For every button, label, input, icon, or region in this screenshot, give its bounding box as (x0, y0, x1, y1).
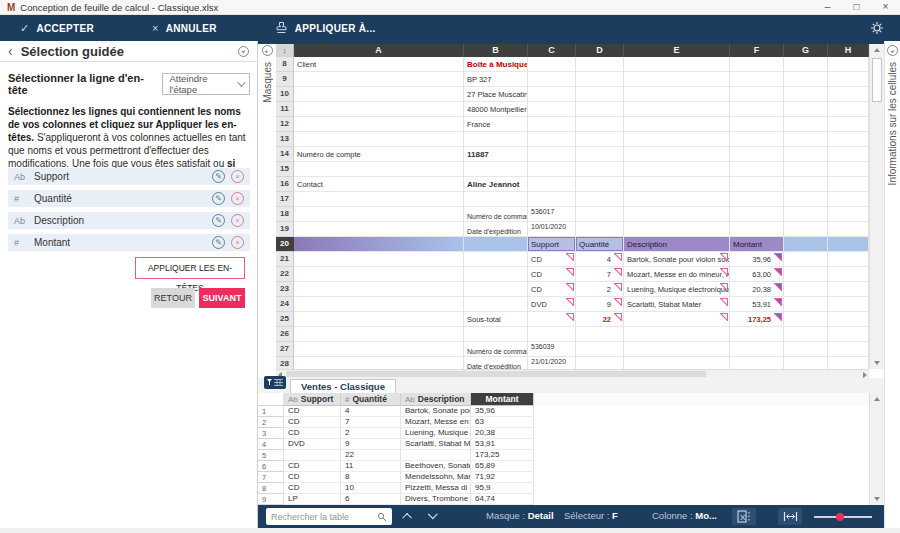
grid-cell-B26[interactable] (464, 327, 528, 342)
grid-cell-A15[interactable] (294, 162, 464, 177)
scroll-up-icon[interactable] (874, 48, 880, 52)
column-header-H[interactable]: H (828, 44, 869, 57)
grid-cell-H11[interactable] (828, 102, 869, 117)
grid-cell-C20[interactable]: Support (528, 237, 576, 252)
scrollbar-thumb[interactable] (286, 371, 706, 377)
grid-cell-C25[interactable] (528, 312, 576, 327)
grid-cell-D13[interactable] (576, 132, 624, 147)
grid-cell-H23[interactable] (828, 282, 869, 297)
grid-cell-G10[interactable] (784, 87, 828, 102)
preview-column-header-support[interactable]: AbSupport (284, 393, 341, 406)
table-search-box[interactable] (266, 508, 392, 525)
grid-cell-G24[interactable] (784, 297, 828, 312)
grid-cell-C9[interactable] (528, 72, 576, 87)
grid-cell-F20[interactable]: Montant (730, 237, 784, 252)
grid-cell-C27[interactable]: 536039 (528, 342, 576, 357)
grid-cell-E10[interactable] (624, 87, 730, 102)
grid-cell-D16[interactable] (576, 177, 624, 192)
grid-cell-D14[interactable] (576, 147, 624, 162)
grid-cell-B10[interactable]: 27 Place Muscatine (464, 87, 528, 102)
grid-cell-E21[interactable]: Bartok, Sonate pour violon solo (624, 252, 730, 267)
grid-cell-D28[interactable] (576, 357, 624, 369)
grid-cell-A23[interactable] (294, 282, 464, 297)
row-number-24[interactable]: 24 (276, 297, 294, 312)
vertical-scrollbar[interactable] (869, 44, 884, 369)
grid-cell-G15[interactable] (784, 162, 828, 177)
grid-cell-C26[interactable] (528, 327, 576, 342)
row-number-15[interactable]: 15 (276, 162, 294, 177)
grid-cell-G22[interactable] (784, 267, 828, 282)
grid-cell-D23[interactable]: 2 (576, 282, 624, 297)
grid-cell-E13[interactable] (624, 132, 730, 147)
grid-cell-G23[interactable] (784, 282, 828, 297)
grid-cell-D22[interactable]: 7 (576, 267, 624, 282)
grid-cell-H12[interactable] (828, 117, 869, 132)
grid-cell-G20[interactable] (784, 237, 828, 252)
grid-corner-cell[interactable]: ↕ (276, 44, 294, 57)
grid-cell-F24[interactable]: 53,91 (730, 297, 784, 312)
grid-cell-B24[interactable] (464, 297, 528, 312)
grid-cell-B17[interactable] (464, 192, 528, 207)
grid-cell-C22[interactable]: CD (528, 267, 576, 282)
grid-cell-G16[interactable] (784, 177, 828, 192)
grid-cell-A18[interactable] (294, 207, 464, 222)
grid-cell-E23[interactable]: Luening, Musique électronique (624, 282, 730, 297)
grid-cell-H17[interactable] (828, 192, 869, 207)
scrollbar-thumb[interactable] (872, 58, 882, 102)
row-number-17[interactable]: 17 (276, 192, 294, 207)
grid-cell-B25[interactable]: Sous-total (464, 312, 528, 327)
grid-cell-B20[interactable] (464, 237, 528, 252)
autohide-pin-icon[interactable]: ▸ (238, 46, 249, 57)
grid-cell-G27[interactable] (784, 342, 828, 357)
grid-cell-E11[interactable] (624, 102, 730, 117)
grid-cell-F25[interactable]: 173,25 (730, 312, 784, 327)
goto-step-dropdown[interactable]: Atteindre l'étape (162, 73, 250, 95)
grid-cell-G9[interactable] (784, 72, 828, 87)
grid-cell-H24[interactable] (828, 297, 869, 312)
fit-width-button[interactable] (778, 508, 802, 525)
grid-cell-A16[interactable]: Contact (294, 177, 464, 192)
masks-side-tab[interactable]: ▸ Masques (258, 41, 276, 378)
grid-cell-H15[interactable] (828, 162, 869, 177)
maximize-button[interactable]: □ (842, 0, 871, 15)
grid-cell-B8[interactable]: Boîte à Musique d'Aline (464, 57, 528, 72)
grid-cell-G17[interactable] (784, 192, 828, 207)
grid-cell-C17[interactable] (528, 192, 576, 207)
grid-cell-H27[interactable] (828, 342, 869, 357)
grid-cell-H20[interactable] (828, 237, 869, 252)
row-number-26[interactable]: 26 (276, 327, 294, 342)
grid-cell-E24[interactable]: Scarlatti, Stabat Mater (624, 297, 730, 312)
column-header-D[interactable]: D (576, 44, 624, 57)
grid-cell-E26[interactable] (624, 327, 730, 342)
grid-cell-C15[interactable] (528, 162, 576, 177)
grid-cell-B13[interactable] (464, 132, 528, 147)
grid-cell-G26[interactable] (784, 327, 828, 342)
grid-cell-C8[interactable] (528, 57, 576, 72)
column-header-G[interactable]: G (784, 44, 828, 57)
edit-icon[interactable]: ✎ (212, 170, 225, 183)
grid-cell-C10[interactable] (528, 87, 576, 102)
grid-cell-D12[interactable] (576, 117, 624, 132)
grid-cell-A12[interactable] (294, 117, 464, 132)
grid-cell-A24[interactable] (294, 297, 464, 312)
grid-cell-G8[interactable] (784, 57, 828, 72)
grid-cell-E9[interactable] (624, 72, 730, 87)
field-item-quantité[interactable]: #Quantité✎× (8, 190, 250, 207)
apply-to-button[interactable]: APPLIQUER À... (275, 21, 376, 36)
grid-cell-A26[interactable] (294, 327, 464, 342)
grid-cell-D24[interactable]: 9 (576, 297, 624, 312)
grid-cell-E17[interactable] (624, 192, 730, 207)
grid-cell-A28[interactable] (294, 357, 464, 369)
grid-cell-H22[interactable] (828, 267, 869, 282)
grid-cell-A13[interactable] (294, 132, 464, 147)
search-input[interactable] (271, 512, 377, 522)
grid-cell-E22[interactable]: Mozart, Messe en do mineur, K.427 (624, 267, 730, 282)
grid-cell-H9[interactable] (828, 72, 869, 87)
grid-cell-B15[interactable] (464, 162, 528, 177)
grid-cell-G21[interactable] (784, 252, 828, 267)
row-number-18[interactable]: 18 (276, 207, 294, 222)
gear-icon[interactable] (870, 21, 884, 39)
grid-cell-F15[interactable] (730, 162, 784, 177)
preview-column-header-montant[interactable]: Montant (471, 393, 534, 406)
find-next-button[interactable] (430, 510, 439, 519)
